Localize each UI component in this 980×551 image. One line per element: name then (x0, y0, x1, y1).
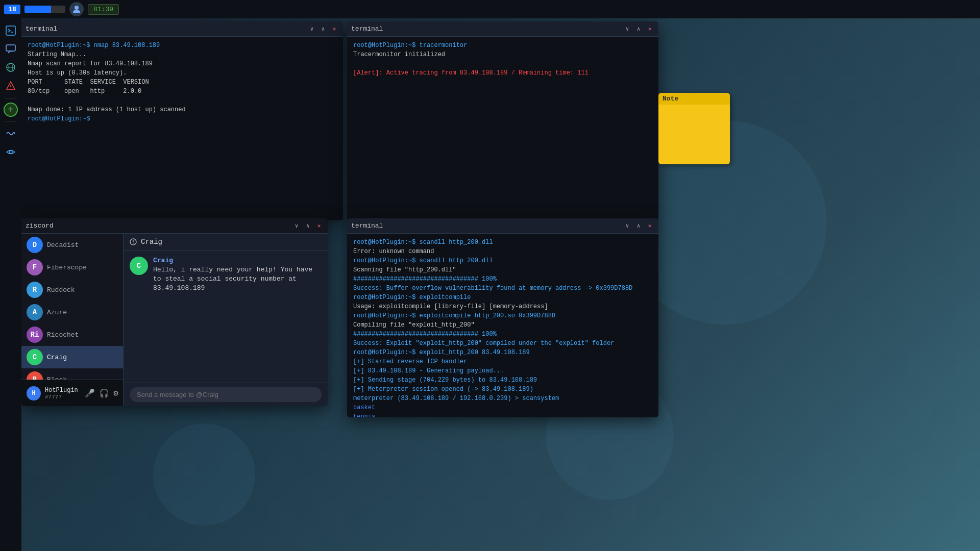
self-username: HotPlugin (45, 387, 81, 394)
terminal-line: basket (353, 403, 652, 412)
headphone-icon[interactable]: 🎧 (99, 388, 109, 398)
terminal-1-close[interactable]: ✕ (330, 24, 339, 34)
level-badge: 18 (4, 5, 20, 14)
user-avatar: C (27, 349, 43, 365)
terminal-2-maximize[interactable]: ∧ (634, 24, 643, 34)
terminal-3-title: terminal (351, 222, 383, 230)
self-avatar: H (27, 386, 41, 400)
terminal-2-title: terminal (351, 25, 383, 33)
add-button[interactable]: + (4, 103, 18, 117)
terminal-line: PORT STATE SERVICE VERSION (28, 78, 337, 87)
svg-point-13 (133, 243, 133, 243)
mic-icon[interactable]: 🎤 (85, 388, 95, 398)
terminal-line: Scanning file "http_200.dll" (353, 265, 652, 274)
self-tag: #7777 (45, 394, 81, 400)
message-content: Craig Hello, i really need your help! Yo… (153, 257, 322, 293)
terminal-1-body: root@HotPlugin:~$ nmap 83.49.108.189Star… (21, 37, 343, 220)
alert-sidebar-icon[interactable] (3, 78, 19, 94)
ziscord-minimize[interactable]: ∨ (292, 221, 301, 231)
chat-input[interactable] (130, 387, 322, 402)
ziscord-close[interactable]: ✕ (314, 221, 324, 231)
terminal-3-maximize[interactable]: ∧ (634, 221, 643, 231)
terminal-2-body: root@HotPlugin:~$ tracermonitorTracermon… (347, 37, 658, 220)
terminal-line: Usage: exploitcompile [library-file] [me… (353, 302, 652, 311)
terminal-2-titlebar: terminal ∨ ∧ ✕ (347, 21, 658, 37)
terminal-line: ################################## 100% (353, 330, 652, 339)
terminal-line: tennis (353, 412, 652, 417)
ziscord-input-bar (124, 383, 328, 406)
terminal-line: Success: Buffer overflow vulnerability f… (353, 284, 652, 293)
ziscord-chat-header: Craig (124, 234, 328, 251)
ziscord-window: ziscord ∨ ∧ ✕ DDecadistFFiberscopeRRuddo… (21, 218, 328, 406)
user-name: Ricochet (47, 331, 79, 339)
chat-sidebar-icon[interactable] (3, 41, 19, 57)
svg-point-0 (75, 6, 79, 10)
message-text: Hello, i really need your help! You have… (153, 265, 322, 293)
terminal-line: Success: Exploit "exploit_http_200" comp… (353, 339, 652, 348)
terminal-line: Host is up (0.30s latency). (28, 68, 337, 78)
terminal-1-title: terminal (26, 25, 57, 33)
chat-recipient: Craig (141, 238, 162, 246)
terminal-line: ################################## 100% (353, 274, 652, 284)
user-name: Craig (47, 354, 67, 361)
globe-sidebar-icon[interactable] (3, 59, 19, 76)
svg-rect-3 (6, 45, 15, 51)
ziscord-controls: ∨ ∧ ✕ (292, 221, 324, 231)
user-avatar: R (27, 282, 43, 298)
ziscord-user-item[interactable]: AAzure (21, 301, 123, 323)
terminal-1-minimize[interactable]: ∨ (307, 24, 316, 34)
terminal-line (353, 59, 652, 68)
ziscord-user-item[interactable]: DDecadist (21, 234, 123, 256)
chat-message: C Craig Hello, i really need your help! … (130, 257, 322, 293)
xp-fill (24, 6, 51, 13)
terminal-line: root@HotPlugin:~$ exploit_http_200 83.49… (353, 348, 652, 357)
sidebar-separator2 (5, 121, 17, 121)
user-avatar: F (27, 259, 43, 276)
wave-sidebar-icon[interactable] (3, 126, 19, 142)
message-avatar: C (130, 257, 148, 275)
terminal-line: root@HotPlugin:~$ (28, 114, 337, 123)
settings-icon[interactable]: ⚙ (113, 388, 118, 398)
taskbar: 18 81:39 (0, 0, 980, 18)
eye-sidebar-icon[interactable] (3, 144, 19, 160)
user-avatar: Ri (27, 327, 43, 343)
terminal-line: root@HotPlugin:~$ scandll http_200.dll (353, 238, 652, 247)
terminal-line: Error: unknown command (353, 247, 652, 256)
user-name: Fiberscope (47, 264, 87, 271)
ziscord-title: ziscord (26, 222, 54, 230)
terminal-2-minimize[interactable]: ∨ (623, 24, 632, 34)
svg-point-10 (9, 151, 12, 154)
terminal-line: Tracermonitor initialized (353, 50, 652, 59)
terminal-3-minimize[interactable]: ∨ (623, 221, 632, 231)
ziscord-user-item[interactable]: RiRicochet (21, 323, 123, 346)
xp-bar (24, 6, 65, 13)
terminal-line: 80/tcp open http 2.0.0 (28, 87, 337, 96)
ziscord-user-item[interactable]: FFiberscope (21, 256, 123, 279)
ziscord-user-item[interactable]: CCraig (21, 346, 123, 368)
terminal-line: Compiling file "exploit_http_200" (353, 320, 652, 330)
terminal-line: root@HotPlugin:~$ exploitcompile http_20… (353, 311, 652, 320)
ziscord-maximize[interactable]: ∧ (303, 221, 312, 231)
terminal-line: Nmap done: 1 IP address (1 host up) scan… (28, 105, 337, 114)
terminal-line (28, 96, 337, 105)
timer: 81:39 (88, 4, 119, 15)
terminal-line: root@HotPlugin:~$ tracermonitor (353, 41, 652, 50)
terminal-sidebar-icon[interactable] (3, 22, 19, 39)
terminal-2-close[interactable]: ✕ (645, 24, 654, 34)
profile-icon[interactable] (69, 2, 84, 16)
terminal-line: Starting Nmap... (28, 50, 337, 59)
terminal-line: [+] 83.49.108.189 - Generating payload..… (353, 366, 652, 375)
ziscord-user-item[interactable]: RRuddock (21, 279, 123, 301)
user-name: Decadist (47, 241, 79, 249)
note-body[interactable] (658, 105, 730, 145)
terminal-2-controls: ∨ ∧ ✕ (623, 24, 654, 34)
terminal-1-maximize[interactable]: ∧ (318, 24, 328, 34)
terminal-window-1: terminal ∨ ∧ ✕ root@HotPlugin:~$ nmap 83… (21, 21, 343, 220)
terminal-3-close[interactable]: ✕ (645, 221, 654, 231)
terminal-line: Nmap scan report for 83.49.108.189 (28, 59, 337, 68)
ziscord-titlebar: ziscord ∨ ∧ ✕ (21, 218, 328, 234)
chat-messages: C Craig Hello, i really need your help! … (124, 251, 328, 383)
user-name: Ruddock (47, 286, 75, 294)
terminal-3-titlebar: terminal ∨ ∧ ✕ (347, 218, 658, 234)
ziscord-body: DDecadistFFiberscopeRRuddockAAzureRiRico… (21, 234, 328, 406)
